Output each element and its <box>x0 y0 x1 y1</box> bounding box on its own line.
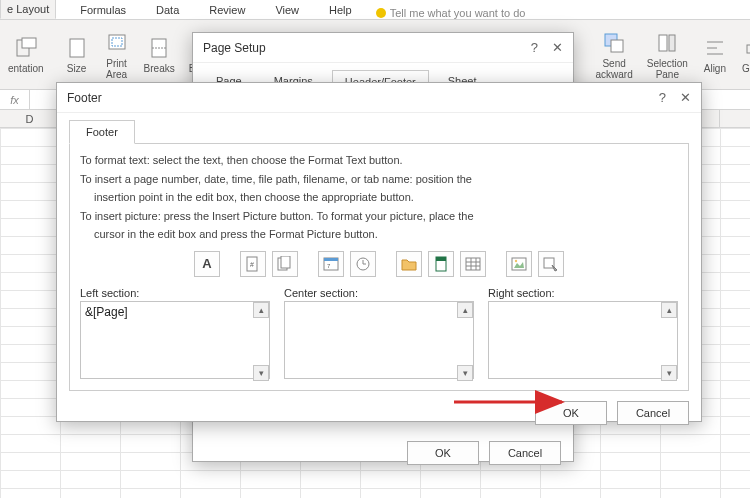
ribbon-tab-layout[interactable]: e Layout <box>0 0 56 19</box>
footer-dialog-buttons: OK Cancel <box>57 391 701 435</box>
col-hdr[interactable]: D <box>0 110 60 127</box>
ribbon-orientation[interactable]: entation <box>4 33 48 76</box>
insert-sheet-name-button[interactable] <box>460 251 486 277</box>
help-button[interactable]: ? <box>531 40 538 55</box>
print-area-label: Print Area <box>106 58 127 80</box>
svg-rect-30 <box>466 258 480 270</box>
format-picture-button[interactable] <box>538 251 564 277</box>
footer-sections: Left section: ▴ ▾ Center section: ▴ ▾ <box>80 287 678 382</box>
ribbon-tab-formulas[interactable]: Formulas <box>74 1 132 19</box>
ribbon-align[interactable]: Align <box>698 33 732 76</box>
left-section-input[interactable] <box>80 301 270 379</box>
svg-rect-21 <box>281 256 290 268</box>
size-label: Size <box>67 63 86 74</box>
ribbon-send-backward[interactable]: Send ackward <box>591 28 636 82</box>
center-section-label: Center section: <box>284 287 474 299</box>
scroll-down-icon[interactable]: ▾ <box>253 365 269 381</box>
page-setup-title: Page Setup <box>203 41 266 55</box>
scroll-up-icon[interactable]: ▴ <box>457 302 473 318</box>
insert-page-number-button[interactable]: # <box>240 251 266 277</box>
right-section-input[interactable] <box>488 301 678 379</box>
group-icon <box>743 35 750 61</box>
size-icon <box>64 35 90 61</box>
page-setup-titlebar[interactable]: Page Setup ? ✕ <box>193 33 573 63</box>
pagesetup-ok-button[interactable]: OK <box>407 441 479 465</box>
close-icon[interactable]: ✕ <box>680 90 691 105</box>
svg-rect-29 <box>436 257 446 261</box>
insert-file-name-button[interactable] <box>428 251 454 277</box>
group-label: Group <box>742 63 750 74</box>
scroll-up-icon[interactable]: ▴ <box>253 302 269 318</box>
footer-cancel-button[interactable]: Cancel <box>617 401 689 425</box>
insert-time-button[interactable] <box>350 251 376 277</box>
ribbon-breaks[interactable]: Breaks <box>140 33 179 76</box>
pagesetup-cancel-button[interactable]: Cancel <box>489 441 561 465</box>
svg-rect-35 <box>512 258 526 270</box>
svg-rect-2 <box>70 39 84 57</box>
orientation-label: entation <box>8 63 44 74</box>
send-backward-label: Send ackward <box>595 58 632 80</box>
left-section-label: Left section: <box>80 287 270 299</box>
footer-toolbar: A # 7 <box>80 251 678 277</box>
ribbon-print-area[interactable]: Print Area <box>100 28 134 82</box>
footer-inner-tab[interactable]: Footer <box>69 120 135 144</box>
svg-rect-12 <box>669 35 675 51</box>
orientation-icon <box>13 35 39 61</box>
close-icon[interactable]: ✕ <box>552 40 563 55</box>
format-text-button[interactable]: A <box>194 251 220 277</box>
page-setup-buttons: OK Cancel <box>193 431 573 475</box>
right-section-label: Right section: <box>488 287 678 299</box>
scroll-down-icon[interactable]: ▾ <box>661 365 677 381</box>
footer-help-text: To format text: select the text, then ch… <box>80 152 678 243</box>
svg-text:#: # <box>250 261 254 268</box>
ribbon-group-btn[interactable]: Group <box>738 33 750 76</box>
ribbon-size[interactable]: Size <box>60 33 94 76</box>
ribbon-tab-view[interactable]: View <box>269 1 305 19</box>
center-section-input[interactable] <box>284 301 474 379</box>
svg-rect-11 <box>659 35 667 51</box>
svg-point-37 <box>515 259 517 261</box>
ribbon-selection-pane[interactable]: Selection Pane <box>643 28 692 82</box>
footer-dialog-title: Footer <box>67 91 102 105</box>
ribbon-tab-help[interactable]: Help <box>323 1 358 19</box>
fx-icon[interactable]: fx <box>0 90 30 109</box>
footer-dialog-titlebar[interactable]: Footer ? ✕ <box>57 83 701 113</box>
help-button[interactable]: ? <box>659 90 666 105</box>
align-icon <box>702 35 728 61</box>
selection-pane-icon <box>654 30 680 56</box>
footer-ok-button[interactable]: OK <box>535 401 607 425</box>
footer-dialog: Footer ? ✕ Footer To format text: select… <box>56 82 702 422</box>
breaks-icon <box>146 35 172 61</box>
tell-me-search[interactable]: Tell me what you want to do <box>376 7 526 19</box>
breaks-label: Breaks <box>144 63 175 74</box>
svg-rect-3 <box>109 35 125 49</box>
insert-picture-button[interactable] <box>506 251 532 277</box>
svg-rect-23 <box>324 258 338 261</box>
print-area-icon <box>104 30 130 56</box>
bulb-icon <box>376 8 386 18</box>
insert-number-of-pages-button[interactable] <box>272 251 298 277</box>
scroll-up-icon[interactable]: ▴ <box>661 302 677 318</box>
align-label: Align <box>704 63 726 74</box>
selection-pane-label: Selection Pane <box>647 58 688 80</box>
ribbon-tab-review[interactable]: Review <box>203 1 251 19</box>
send-backward-icon <box>601 30 627 56</box>
svg-rect-1 <box>22 38 36 48</box>
insert-date-button[interactable]: 7 <box>318 251 344 277</box>
scroll-down-icon[interactable]: ▾ <box>457 365 473 381</box>
svg-rect-10 <box>611 40 623 52</box>
ribbon-tab-strip: e Layout Formulas Data Review View Help … <box>0 0 750 20</box>
insert-file-path-button[interactable] <box>396 251 422 277</box>
ribbon-tab-data[interactable]: Data <box>150 1 185 19</box>
